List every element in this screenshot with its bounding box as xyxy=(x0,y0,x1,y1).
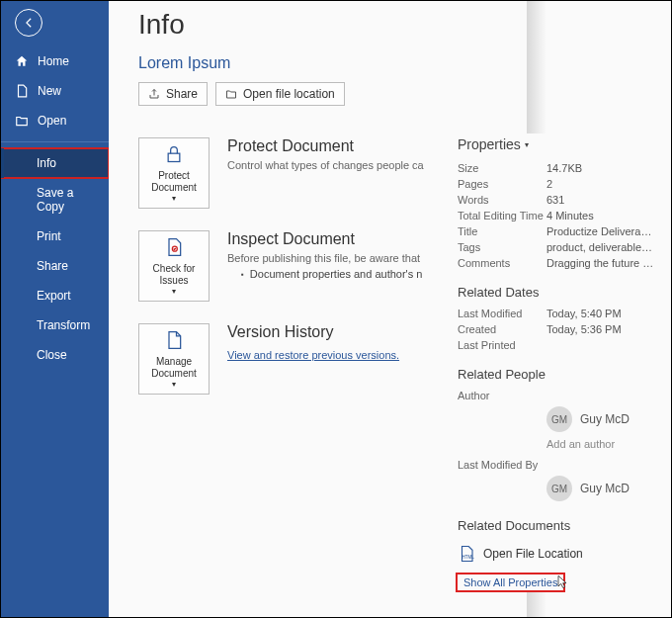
chevron-down-icon: ▾ xyxy=(172,194,176,204)
nav-label: Home xyxy=(38,54,69,68)
prop-row-author: Author xyxy=(458,388,671,403)
add-author-link[interactable]: Add an author xyxy=(458,435,671,453)
protect-document-button[interactable]: Protect Document▾ xyxy=(138,137,210,209)
chevron-down-icon: ▾ xyxy=(172,380,176,390)
related-dates-heading: Related Dates xyxy=(458,271,671,306)
nav-save-copy[interactable]: Save a Copy xyxy=(1,178,109,221)
nav-label: New xyxy=(38,84,61,98)
person-name: Guy McD xyxy=(580,482,630,495)
prop-row-lastmodby: Last Modified By xyxy=(458,457,671,473)
nav-export[interactable]: Export xyxy=(1,281,109,310)
page-title: Info xyxy=(109,1,671,41)
back-button[interactable] xyxy=(15,9,42,37)
inspect-icon xyxy=(164,235,184,259)
nav-label: Share xyxy=(15,259,68,273)
properties-heading: Properties xyxy=(458,136,521,152)
home-icon xyxy=(15,54,29,68)
nav-print[interactable]: Print xyxy=(1,221,109,251)
nav-open[interactable]: Open xyxy=(1,106,109,135)
properties-panel: Properties ▾ Size14.7KB Pages2 Words631 … xyxy=(453,133,671,590)
prop-row-title[interactable]: TitleProductize Deliverables xyxy=(458,223,671,239)
svg-rect-0 xyxy=(168,153,180,161)
nav-label: Transform xyxy=(15,318,90,332)
section-desc: Control what types of changes people ca xyxy=(227,159,424,171)
nav-transform[interactable]: Transform xyxy=(1,310,109,340)
button-label: Open file location xyxy=(243,87,335,101)
prop-row-comments[interactable]: CommentsDragging the future into n… xyxy=(458,255,671,271)
new-icon xyxy=(15,84,29,98)
share-button[interactable]: Share xyxy=(138,82,208,106)
section-desc: Before publishing this file, be aware th… xyxy=(227,252,422,264)
cursor-icon xyxy=(554,573,570,592)
nav-new[interactable]: New xyxy=(1,76,109,106)
button-label: Manage Document xyxy=(139,356,209,380)
check-for-issues-button[interactable]: Check for Issues▾ xyxy=(138,230,210,302)
last-modified-by-entry[interactable]: GM Guy McD xyxy=(458,473,671,504)
prop-row-last-modified: Last ModifiedToday, 5:40 PM xyxy=(458,306,671,321)
nav-close[interactable]: Close xyxy=(1,340,109,370)
nav-label: Save a Copy xyxy=(15,186,95,214)
related-people-heading: Related People xyxy=(458,353,671,388)
link-label: Open File Location xyxy=(483,547,583,561)
section-bullet: Document properties and author's n xyxy=(227,268,422,280)
button-label: Check for Issues xyxy=(139,263,209,287)
manage-document-button[interactable]: Manage Document▾ xyxy=(138,323,210,395)
svg-text:HTML: HTML xyxy=(462,555,475,560)
main-content: Info Lorem Ipsum Share Open file locatio… xyxy=(109,1,671,617)
action-buttons: Share Open file location xyxy=(109,78,671,106)
show-all-properties-link[interactable]: Show All Properties xyxy=(458,574,563,590)
nav-share[interactable]: Share xyxy=(1,251,109,281)
nav-label: Close xyxy=(15,348,67,362)
nav-label: Open xyxy=(38,114,66,128)
version-history-link[interactable]: View and restore previous versions. xyxy=(227,349,399,361)
author-entry[interactable]: GM Guy McD xyxy=(458,403,671,435)
nav-label: Info xyxy=(15,156,56,170)
nav-separator xyxy=(1,141,109,142)
prop-row-words: Words631 xyxy=(458,192,671,208)
avatar: GM xyxy=(546,406,572,432)
related-documents-heading: Related Documents xyxy=(458,504,671,539)
section-text: Inspect Document Before publishing this … xyxy=(227,230,422,302)
folder-icon xyxy=(225,88,237,100)
open-file-location-button[interactable]: Open file location xyxy=(215,82,345,106)
nav-info[interactable]: Info xyxy=(1,148,109,178)
document-icon xyxy=(164,328,184,352)
button-label: Share xyxy=(166,87,198,101)
prop-row-edit-time: Total Editing Time4 Minutes xyxy=(458,208,671,223)
avatar: GM xyxy=(546,476,572,501)
nav-label: Export xyxy=(15,289,71,303)
chevron-down-icon: ▾ xyxy=(525,140,529,149)
prop-row-size: Size14.7KB xyxy=(458,160,671,176)
button-label: Protect Document xyxy=(139,170,209,194)
arrow-left-icon xyxy=(22,16,36,30)
backstage-sidebar: Home New Open Info Save a Copy Print Sha… xyxy=(1,1,109,618)
nav-home[interactable]: Home xyxy=(1,46,109,76)
document-title: Lorem Ipsum xyxy=(109,41,671,78)
section-text: Version History View and restore previou… xyxy=(227,323,399,395)
open-icon xyxy=(15,114,29,128)
share-icon xyxy=(148,88,160,100)
prop-row-pages: Pages2 xyxy=(458,176,671,192)
prop-row-created: CreatedToday, 5:36 PM xyxy=(458,321,671,337)
prop-row-tags[interactable]: Tagsproduct, deliverables, opti… xyxy=(458,239,671,255)
html-file-icon: HTML xyxy=(458,545,475,563)
chevron-down-icon: ▾ xyxy=(172,287,176,297)
section-heading: Version History xyxy=(227,323,399,341)
nav-label: Print xyxy=(15,229,61,243)
properties-dropdown[interactable]: Properties ▾ xyxy=(458,133,671,160)
prop-row-last-printed: Last Printed xyxy=(458,337,671,353)
author-name: Guy McD xyxy=(580,412,630,426)
section-heading: Inspect Document xyxy=(227,230,422,248)
section-text: Protect Document Control what types of c… xyxy=(227,137,424,209)
section-heading: Protect Document xyxy=(227,137,424,155)
open-file-location-link[interactable]: HTML Open File Location xyxy=(458,539,671,569)
lock-icon xyxy=(164,142,184,166)
